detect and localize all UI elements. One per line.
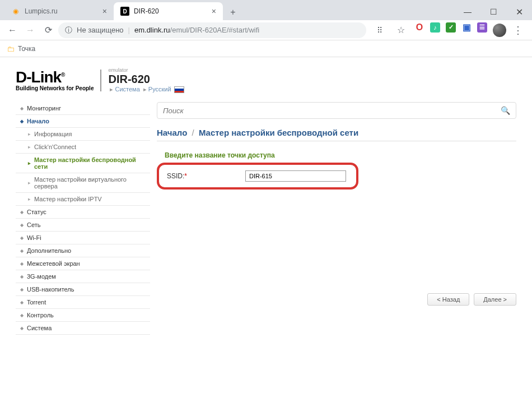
profile-avatar[interactable] — [493, 24, 506, 37]
dlink-logo: D-Link® Building Networks for People — [16, 70, 101, 91]
menu-button[interactable]: ⋮ — [508, 24, 528, 36]
ext-opera-icon[interactable]: O — [414, 22, 424, 33]
ssid-label: SSID:* — [167, 172, 234, 180]
sidebar-item-control[interactable]: ◆Контроль — [16, 309, 150, 322]
sidebar-sub-info[interactable]: ▸Информация — [16, 128, 150, 141]
section-title: Введите название точки доступа — [157, 151, 516, 159]
reload-button[interactable]: ⟳ — [40, 22, 56, 38]
search-input[interactable] — [163, 107, 501, 115]
sidebar-item-firewall[interactable]: ◆Межсетевой экран — [16, 257, 150, 270]
ext-shield-icon[interactable]: ✓ — [446, 22, 456, 33]
crumb-root[interactable]: Начало — [157, 128, 187, 137]
model-name: DIR-620 — [108, 73, 184, 86]
ssid-input[interactable] — [245, 170, 346, 182]
sidebar-item-usb[interactable]: ◆USB-накопитель — [16, 283, 150, 296]
bookmark-label: Точка — [18, 45, 35, 53]
sidebar-sub-click[interactable]: ▸Click'n'Connect — [16, 141, 150, 154]
sidebar-item-modem[interactable]: ◆3G-модем — [16, 270, 150, 283]
info-icon: ⓘ — [65, 25, 72, 35]
sidebar-item-torrent[interactable]: ◆Torrent — [16, 296, 150, 309]
bookmark-folder[interactable]: 🗀 Точка — [7, 44, 35, 53]
back-button[interactable]: < Назад — [427, 293, 469, 306]
back-button[interactable]: ← — [4, 22, 20, 38]
ext-music-icon[interactable]: ♪ — [430, 22, 440, 33]
close-window-button[interactable]: ✕ — [506, 3, 532, 20]
sidebar-item-start[interactable]: ◆Начало — [16, 115, 150, 128]
next-button[interactable]: Далее > — [474, 293, 516, 306]
address-bar[interactable]: ⓘ Не защищено | em.dlink.ru/emul/DIR-620… — [58, 22, 366, 38]
sidebar: ◆Мониторинг ◆Начало ▸Информация ▸Click'n… — [16, 102, 150, 335]
sidebar-item-monitoring[interactable]: ◆Мониторинг — [16, 102, 150, 115]
close-icon[interactable]: × — [102, 7, 107, 16]
flag-ru-icon — [174, 86, 184, 93]
search-icon[interactable]: 🔍 — [501, 106, 510, 115]
tab-label: Lumpics.ru — [25, 7, 58, 15]
favicon-dlink-icon: D — [120, 7, 129, 16]
bc-language[interactable]: Русский — [148, 86, 171, 93]
sidebar-item-system[interactable]: ◆Система — [16, 322, 150, 335]
sidebar-item-additional[interactable]: ◆Дополнительно — [16, 244, 150, 257]
tab-lumpics[interactable]: ◉ Lumpics.ru × — [4, 2, 114, 20]
tab-label: DIR-620 — [134, 7, 159, 15]
folder-icon: 🗀 — [7, 44, 15, 53]
sidebar-item-wifi[interactable]: ◆Wi-Fi — [16, 232, 150, 244]
ext-purple-icon[interactable]: ☰ — [477, 22, 487, 33]
search-box[interactable]: 🔍 — [157, 102, 516, 119]
tab-dir620[interactable]: D DIR-620 × — [114, 2, 223, 20]
page-title: Начало / Мастер настройки беспроводной с… — [157, 128, 516, 141]
url-host: em.dlink.ru — [134, 26, 170, 34]
sidebar-sub-vserver[interactable]: ▸Мастер настройки виртуального сервера — [16, 173, 150, 193]
favicon-lumpics-icon: ◉ — [11, 7, 20, 16]
url-path: /emul/DIR-620AE/#start/wifi — [170, 26, 260, 34]
forward-button[interactable]: → — [22, 22, 38, 38]
sidebar-sub-wifi[interactable]: ▸Мастер настройки беспроводной сети — [16, 154, 150, 173]
ext-cube-icon[interactable]: ▣ — [461, 22, 472, 33]
close-icon[interactable]: × — [212, 7, 216, 16]
minimize-button[interactable]: — — [455, 3, 480, 20]
security-label: Не защищено — [77, 26, 124, 34]
new-tab-button[interactable]: + — [225, 4, 241, 20]
sidebar-item-status[interactable]: ◆Статус — [16, 206, 150, 219]
crumb-current: Мастер настройки беспроводной сети — [199, 128, 358, 137]
sidebar-sub-iptv[interactable]: ▸Мастер настройки IPTV — [16, 193, 150, 206]
star-icon[interactable]: ☆ — [393, 22, 409, 38]
bc-system[interactable]: Система — [115, 86, 139, 93]
translate-icon[interactable]: ⠿ — [372, 22, 388, 38]
sidebar-item-net[interactable]: ◆Сеть — [16, 219, 150, 232]
emulator-label: emulator — [108, 67, 184, 73]
maximize-button[interactable]: ☐ — [480, 3, 506, 20]
ssid-highlight-box: SSID:* — [157, 163, 358, 190]
